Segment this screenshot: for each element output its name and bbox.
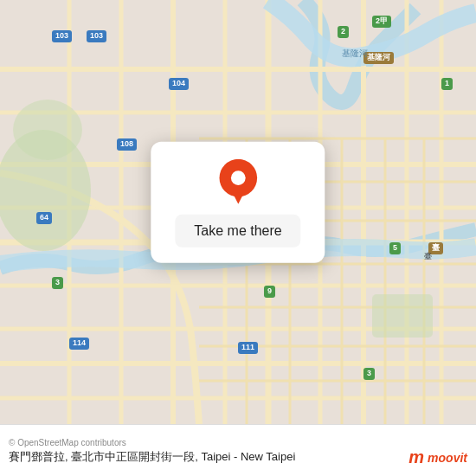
road-badge: 5 xyxy=(389,242,401,254)
road-badge: 1 xyxy=(441,78,453,90)
location-text: 賽門鄧普拉, 臺北市中正區開封街一段, Taipei - New Taipei xyxy=(9,449,467,465)
bottom-bar: © OpenStreetMap contributors 賽門鄧普拉, 臺北市中… xyxy=(0,424,476,476)
road-badge: 111 xyxy=(238,342,258,354)
road-badge: 基隆河 xyxy=(363,52,394,64)
road-badge: 108 xyxy=(117,138,137,151)
map-container: 10310310410864104395114111322甲1基隆河臺 基隆河 … xyxy=(0,0,476,424)
road-badge: 9 xyxy=(264,286,275,298)
attribution-text: © OpenStreetMap contributors xyxy=(9,438,467,447)
svg-marker-36 xyxy=(232,192,243,203)
road-badge: 104 xyxy=(169,78,189,90)
river-label: 基隆河 xyxy=(342,48,368,60)
taipei-label: 臺 xyxy=(424,251,432,262)
road-badge: 3 xyxy=(363,368,375,380)
road-badge: 64 xyxy=(36,212,52,224)
moovit-m-letter: m xyxy=(408,447,424,467)
svg-point-35 xyxy=(231,170,246,185)
moovit-wordmark: moovit xyxy=(428,451,467,465)
take-me-there-button[interactable]: Take me there xyxy=(175,215,300,248)
map-pin-icon xyxy=(215,159,261,204)
road-badge: 3 xyxy=(52,277,63,289)
road-badge: 2甲 xyxy=(372,16,391,28)
location-card: Take me there xyxy=(151,142,325,263)
road-badge: 103 xyxy=(87,30,106,42)
road-badge: 114 xyxy=(69,338,89,350)
road-badge: 103 xyxy=(52,30,72,42)
road-badge: 2 xyxy=(338,26,349,38)
moovit-logo: m moovit xyxy=(408,447,467,467)
